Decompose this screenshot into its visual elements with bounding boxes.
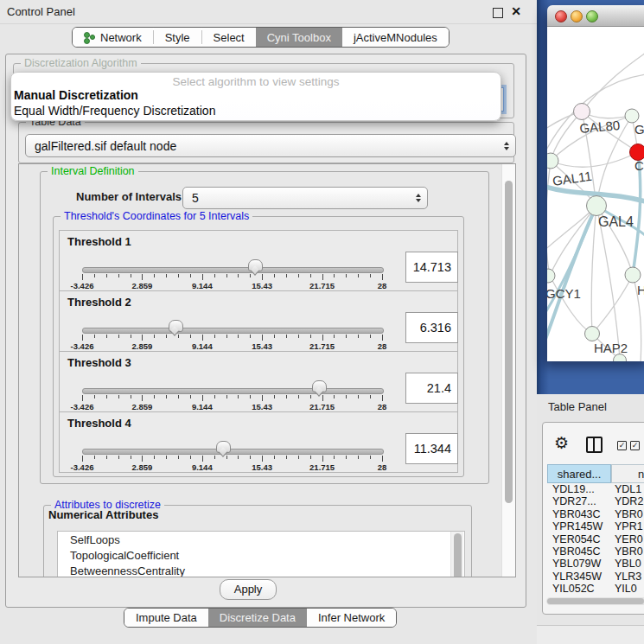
algorithm-popup-item[interactable]: Manual Discretization bbox=[14, 88, 138, 102]
network-node[interactable] bbox=[625, 267, 641, 283]
tab-jactivemnodules[interactable]: jActiveMNodules bbox=[342, 28, 449, 47]
network-node[interactable] bbox=[547, 153, 558, 169]
close-traffic-light-icon[interactable] bbox=[555, 10, 567, 22]
slider-track[interactable] bbox=[82, 388, 384, 394]
column-header-1[interactable]: n bbox=[611, 464, 644, 483]
list-scrollbar-thumb[interactable] bbox=[454, 533, 462, 577]
cell-shared-name[interactable]: YBR043C bbox=[547, 508, 611, 520]
bottom-tab-label: Infer Network bbox=[318, 611, 385, 624]
table-row[interactable]: YLR345WYLR3 bbox=[547, 571, 644, 583]
cell-name[interactable]: YDL1 bbox=[611, 483, 644, 495]
minimize-traffic-light-icon[interactable] bbox=[571, 10, 583, 22]
slider-tick bbox=[214, 335, 215, 338]
list-item[interactable]: BetweennessCentrality bbox=[58, 563, 464, 577]
cell-shared-name[interactable]: YDL19... bbox=[547, 483, 611, 495]
algorithm-popup-item[interactable]: Equal Width/Frequency Discretization bbox=[14, 104, 215, 118]
slider-tick bbox=[274, 395, 275, 399]
table-row[interactable]: YBR045CYBR0 bbox=[547, 545, 644, 558]
threshold-value-field[interactable]: 11.344 bbox=[405, 433, 458, 464]
list-item[interactable]: SelfLoops bbox=[58, 532, 464, 547]
network-edge bbox=[551, 112, 582, 161]
slider-thumb[interactable] bbox=[248, 259, 263, 271]
table-row[interactable]: YER054CYER0 bbox=[547, 533, 644, 545]
checkbox-icon[interactable]: ✓ bbox=[630, 441, 640, 450]
table-row[interactable]: YDR27...YDR2 bbox=[547, 495, 644, 507]
zoom-traffic-light-icon[interactable] bbox=[586, 10, 598, 22]
slider-tick bbox=[118, 456, 119, 459]
cell-shared-name[interactable]: YDR27... bbox=[547, 495, 611, 507]
column-header-0[interactable]: shared... bbox=[547, 464, 611, 483]
slider-tick bbox=[322, 395, 323, 401]
table-data-combobox[interactable]: galFiltered.sif default node bbox=[25, 134, 516, 157]
network-node[interactable] bbox=[547, 269, 555, 283]
table-row[interactable]: YPR145WYPR1 bbox=[547, 520, 644, 532]
slider-tick-label: 9.144 bbox=[192, 462, 213, 472]
threshold-slider[interactable]: -3.4262.8599.14415.4321.71528 bbox=[82, 443, 382, 469]
slider-track[interactable] bbox=[82, 449, 384, 455]
cell-name[interactable]: YBR0 bbox=[611, 508, 644, 520]
network-node[interactable] bbox=[574, 104, 590, 120]
bottom-tab-impute-data[interactable]: Impute Data bbox=[124, 609, 208, 627]
table-header-row: shared...n bbox=[547, 464, 644, 483]
columns-icon[interactable] bbox=[586, 437, 603, 453]
cell-name[interactable]: YIL0 bbox=[611, 583, 644, 595]
slider-thumb[interactable] bbox=[216, 441, 231, 453]
network-view-window[interactable]: GAL80GCGAL11GAL4GCY1HHAP2 bbox=[547, 5, 644, 361]
cell-name[interactable]: YBL0 bbox=[611, 558, 644, 570]
table-hscroll-thumb[interactable] bbox=[547, 598, 644, 604]
tab-style[interactable]: Style bbox=[154, 28, 201, 47]
network-edge bbox=[582, 53, 644, 112]
pane-scrollbar[interactable] bbox=[501, 164, 515, 577]
apply-button[interactable]: Apply bbox=[220, 579, 277, 600]
pane-scrollbar-thumb[interactable] bbox=[505, 181, 513, 503]
cell-name[interactable]: YDR2 bbox=[611, 495, 644, 507]
network-node[interactable] bbox=[585, 327, 600, 341]
cell-shared-name[interactable]: YIL052C bbox=[547, 583, 611, 595]
list-scrollbar[interactable] bbox=[450, 532, 463, 577]
threshold-value-field[interactable]: 14.713 bbox=[405, 252, 458, 283]
table-row[interactable]: YBL079WYBL0 bbox=[547, 558, 644, 570]
tab-network[interactable]: Network bbox=[73, 28, 153, 47]
cell-shared-name[interactable]: YPR145W bbox=[547, 520, 611, 532]
cell-name[interactable]: YLR3 bbox=[611, 571, 644, 583]
close-icon[interactable]: ✕ bbox=[511, 4, 521, 18]
network-node[interactable] bbox=[625, 109, 639, 123]
float-window-icon[interactable] bbox=[493, 8, 503, 18]
network-canvas[interactable]: GAL80GCGAL11GAL4GCY1HHAP2 bbox=[547, 27, 644, 361]
number-of-intervals-combobox[interactable]: 5 bbox=[182, 187, 428, 209]
cell-name[interactable]: YPR1 bbox=[611, 520, 644, 532]
cell-name[interactable]: YER0 bbox=[611, 533, 644, 545]
table-row[interactable]: YDL19...YDL1 bbox=[547, 483, 644, 495]
gear-icon[interactable]: ⚙ bbox=[554, 433, 569, 453]
slider-track[interactable] bbox=[82, 328, 384, 334]
slider-tick bbox=[226, 274, 227, 277]
cell-shared-name[interactable]: YBL079W bbox=[547, 558, 611, 570]
threshold-slider[interactable]: -3.4262.8599.14415.4321.71528 bbox=[82, 322, 382, 348]
numerical-attributes-list[interactable]: SelfLoopsTopologicalCoefficientBetweenne… bbox=[57, 531, 465, 577]
threshold-value-field[interactable]: 6.316 bbox=[405, 312, 458, 343]
table-horizontal-scrollbar[interactable] bbox=[546, 597, 644, 605]
tab-cyni-toolbox[interactable]: Cyni Toolbox bbox=[256, 28, 342, 47]
table-row[interactable]: YBR043CYBR0 bbox=[547, 508, 644, 520]
slider-thumb[interactable] bbox=[312, 380, 327, 392]
threshold-value-field[interactable]: 21.4 bbox=[405, 373, 458, 404]
cell-shared-name[interactable]: YBR045C bbox=[547, 545, 611, 558]
threshold-slider[interactable]: -3.4262.8599.14415.4321.71528 bbox=[82, 383, 382, 409]
network-node[interactable] bbox=[587, 196, 607, 216]
list-item[interactable]: TopologicalCoefficient bbox=[58, 547, 464, 563]
tab-select[interactable]: Select bbox=[202, 28, 256, 47]
table-row[interactable]: YIL052CYIL0 bbox=[547, 583, 644, 595]
cell-shared-name[interactable]: YER054C bbox=[547, 533, 611, 545]
cell-name[interactable]: YBR0 bbox=[611, 545, 644, 558]
slider-tick bbox=[142, 274, 143, 280]
threshold-slider[interactable]: -3.4262.8599.14415.4321.71528 bbox=[82, 262, 382, 288]
table-toolbar: ⚙ ✓ ✓ bbox=[543, 423, 644, 462]
table-data-combobox-value: galFiltered.sif default node bbox=[35, 139, 176, 153]
slider-track[interactable] bbox=[82, 267, 384, 273]
bottom-tab-infer-network[interactable]: Infer Network bbox=[307, 609, 396, 627]
cell-shared-name[interactable]: YLR345W bbox=[547, 571, 611, 583]
checkbox-icon[interactable]: ✓ bbox=[617, 441, 627, 450]
network-window-titlebar[interactable] bbox=[547, 5, 644, 27]
slider-thumb[interactable] bbox=[169, 320, 183, 332]
bottom-tab-discretize-data[interactable]: Discretize Data bbox=[208, 609, 307, 627]
